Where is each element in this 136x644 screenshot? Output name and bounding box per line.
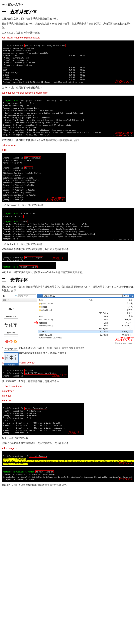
command-text: cp MSYH.TTF /usr/share/fonts/ <box>1 361 135 365</box>
highlighted-cmd: yum install -y fontconfig mkfontscale <box>24 44 66 47</box>
arrow-icon: ➜ <box>34 320 38 326</box>
back-icon[interactable]: ◀ <box>2 295 4 297</box>
watermark-text: 烂泥行天下 <box>52 256 66 260</box>
watermark-text: 烂泥行天下 <box>115 79 133 84</box>
para: 安装完毕后，我们就可以使用fc-list命令查看系统中已经安装的字体。如下： <box>1 138 135 142</box>
highlighted-cmd: sudo apt-get -y install fontconfig xfont… <box>19 99 71 102</box>
file-row[interactable]: admin2KB文件 <box>38 315 134 318</box>
watermark-text: 烂泥行天下 <box>119 477 133 481</box>
command-text: fc-list :lang=zh <box>1 446 135 450</box>
terminal-10: root@ubuntu:/usr/share/fonts# fc-list :l… <box>1 467 135 482</box>
toolbar[interactable]: 组织 ▾ <box>2 298 37 302</box>
para: 如果要查看系统中已经安装的中文字体，我们可以使用如下命令： <box>1 248 135 251</box>
watermark-text: 烂泥行天下 <box>115 337 134 341</box>
terminal-2: root@ubuntu:~# sudo apt-get -y install f… <box>1 96 135 137</box>
page-title: linux安装中文字体 <box>1 3 135 6</box>
file-list: 名称大小类型 gitolite-admin文件夹gittest文件夹subgit… <box>37 298 134 340</box>
file-row[interactable]: install.log.syslog3KBSYSLOG ... <box>38 324 134 327</box>
terminal-8: [root@localhost ~]# cd /usr/share/fonts/… <box>1 403 84 435</box>
fwd-icon[interactable]: ➡ <box>40 295 42 297</box>
file-row[interactable]: subgit-3.2.0文件夹 <box>38 308 134 312</box>
para: 通过上图，我们可以看到默认情况下centos6和ubuntu是没有安装中文字体的… <box>1 270 135 274</box>
file-row[interactable]: 1529 Bytes1 文件 <box>38 312 134 315</box>
watermark-text: 烂泥行天下 <box>68 430 82 434</box>
file-row[interactable]: subgit-3.2.0.zip36.78MB360压缩 Z... <box>38 333 134 337</box>
para: 现在我们再来查看微软雅黑字体，是否安装成功。使用如下命令： <box>1 442 135 445</box>
para: 要查看系统中已经安装的字体，我们可以使用fc-list命令进行查看。如果系统中没… <box>1 22 135 30</box>
fwd-icon[interactable]: ▶ <box>4 295 5 297</box>
back-icon[interactable]: ⬅ <box>38 295 39 297</box>
command-text: yum install -y fontconfig mkfontscale <box>1 36 135 40</box>
para: 通过上图，我们可以很明显的看出微软雅黑字体已经安装成功。 <box>1 483 135 487</box>
para: 通过第一章节，我们知道目前系统中没有微软雅黑字体。我们现在需要把MSYH.TTF… <box>1 285 135 292</box>
file-row[interactable]: anaconda-ks.cfg1KBCFG 文件 <box>38 318 134 321</box>
search-input[interactable] <box>18 294 36 297</box>
terminal-6: root@ubuntu:~# fc-list :lang=zh root@ubu… <box>1 262 56 269</box>
search-icon[interactable]: 🔍 <box>15 295 18 297</box>
watermark-url: http://www.ilanni.com <box>115 342 133 344</box>
heading-2: 二、安装字体 <box>1 277 135 283</box>
terminal-1: [root@localhost ~]# yum install -y fontc… <box>1 40 135 84</box>
file-row[interactable]: gitolite-admin文件夹 <box>38 302 134 305</box>
para: 上图为centos6上，默认已经安装的字体。 <box>1 204 135 207</box>
command-text: cat /etc/issue <box>1 144 135 147</box>
font-tile-selected[interactable]: 简体字微软雅黑 <box>4 352 19 367</box>
file-row[interactable]: MSYH.TTF20.76MBTrueType ... <box>38 330 134 333</box>
para: 在centos上和ubuntu上安装字体方法都是一样的，我们只需要进行如下操作即… <box>1 346 135 350</box>
file-row[interactable]: j360 Bytes文件 <box>38 327 134 330</box>
file-row[interactable]: install.log9KBLOG 文件 <box>38 321 134 324</box>
font-tile[interactable]: ♈ ♉ ♊Wingdings 常规 <box>4 336 18 351</box>
terminal-7: [root@localhost ~]# cd /root/ [root@loca… <box>1 366 68 378</box>
terminal-3: [root@localhost ~]# cat /etc/issue CentO… <box>1 153 66 202</box>
command-text: mkfontscale <box>1 389 135 393</box>
heading-1: 一、查看系统字体 <box>1 9 135 15</box>
para: 至此，字体已经安装完毕。 <box>1 436 135 440</box>
font-tile[interactable]: 简体字仿宋 常规 <box>4 320 18 334</box>
dropdown-icon[interactable]: ▾ <box>130 295 131 297</box>
command-text: fc-list <box>1 148 135 152</box>
para: 上图为ubuntu上，默认已经安装的字体。 <box>1 242 135 246</box>
command-text: sudo apt-get -y install fontconfig xfont… <box>1 91 135 95</box>
terminal-4: root@ubuntu:~# cat /etc/issue Ubuntu 15.… <box>1 208 135 241</box>
command-text: cd /usr/share/fonts/ <box>1 385 135 388</box>
watermark-text: 烂泥行天下 <box>115 132 133 136</box>
para: 然后建立字体索引信息，更新字体缓存，使用如下命令： <box>1 380 135 383</box>
terminal-5: [root@localhost ~]# fc-list :lang=zh [ro… <box>1 252 68 261</box>
terminal-9: [root@localhost fonts]# fc-list :lang=zh… <box>1 451 135 466</box>
file-row[interactable]: gittest文件夹 <box>38 305 134 308</box>
watermark-text: 烂泥行天下 <box>52 374 66 378</box>
command-text: fc-cache <box>1 398 135 402</box>
font-tile[interactable]: AaVerdana 常规 <box>4 304 18 318</box>
para: 在ubuntu上，使用如下命令进行安装： <box>1 86 135 90</box>
watermark-url: http://www.ilanni.com <box>113 239 133 241</box>
address-bar[interactable]: ⬅➡ 192.168.8.80 /root ▾ ⚙ <box>37 294 134 298</box>
command-text: cd /root <box>1 356 135 360</box>
watermark-text: 烂泥行天下 <box>46 196 64 202</box>
command-text: mkfontdir <box>1 394 135 398</box>
para: 在开始安装之前，我们先查看系统中已经安装的字体。 <box>1 17 135 21</box>
para: 在centos上，使用如下命令进行安装： <box>1 31 135 35</box>
file-explorer: ◀▶🔍 组织 ▾ AaVerdana 常规 简体字仿宋 常规 ♈ ♉ ♊Wing… <box>1 294 135 345</box>
watermark-text: 烂泥行天下 <box>119 462 133 465</box>
gear-icon[interactable]: ⚙ <box>132 295 134 297</box>
para: 把MSYH.TTF复制到/usr/share/fonts/目录下，使用如下命令： <box>1 351 135 355</box>
